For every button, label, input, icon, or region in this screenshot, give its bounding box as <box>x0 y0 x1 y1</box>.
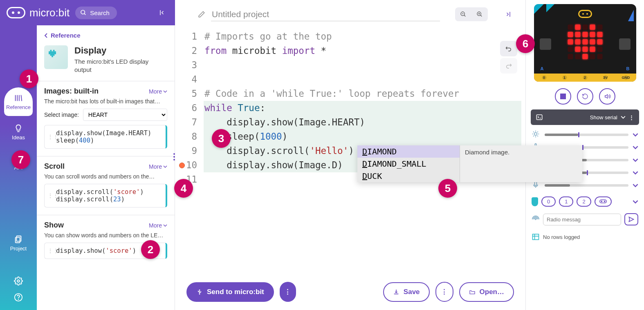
radio-send-button[interactable] <box>624 213 638 225</box>
led-matrix <box>568 25 602 59</box>
help-icon[interactable] <box>14 293 23 302</box>
annotation-6: 6 <box>516 34 535 53</box>
code-snippet[interactable]: ⋮⋮ display.scroll('score')display.scroll… <box>44 184 167 207</box>
svg-line-1 <box>84 13 85 15</box>
annotation-4: 4 <box>174 179 193 198</box>
touch-logo-icon[interactable] <box>532 197 538 206</box>
svg-rect-13 <box>52 56 53 57</box>
svg-line-18 <box>480 15 482 16</box>
usb-icon <box>196 289 203 295</box>
autocomplete-item[interactable]: DIAMOND <box>357 145 460 158</box>
section-scroll: Scroll More You can scroll words and num… <box>37 156 175 215</box>
pin-touch-row: 0 1 2 <box>531 195 639 208</box>
chevron-down-icon[interactable] <box>633 183 638 188</box>
select-image-label: Select image: <box>44 112 79 118</box>
save-menu-button[interactable]: ⋮ <box>435 282 453 302</box>
search-button[interactable]: Search <box>75 7 117 19</box>
autocomplete-item[interactable]: DIAMOND_SMALL <box>357 158 460 170</box>
zoom-out-button[interactable] <box>455 7 471 21</box>
pin-1-button[interactable]: 1 <box>559 196 573 207</box>
more-link[interactable]: More <box>149 88 167 95</box>
brand-logo: micro:bit <box>7 7 70 19</box>
select-image-dropdown[interactable]: HEART <box>83 109 167 121</box>
svg-point-0 <box>81 10 85 14</box>
zoom-controls <box>455 7 488 21</box>
svg-rect-23 <box>536 115 542 120</box>
svg-rect-8 <box>50 50 52 51</box>
sensor-light-row[interactable] <box>531 128 639 141</box>
more-link[interactable]: More <box>149 163 167 170</box>
autocomplete-doc: Diamond image. <box>460 145 582 182</box>
chevron-down-icon <box>163 89 167 94</box>
search-icon <box>80 9 87 16</box>
show-serial-toggle[interactable]: Show serial ⋮ <box>531 109 639 125</box>
code-snippet[interactable]: ⋮⋮ display.show(Image.HEART)sleep(400) <box>44 125 167 149</box>
brand-name: micro:bit <box>29 7 70 19</box>
annotation-7: 7 <box>11 150 30 169</box>
stop-button[interactable] <box>555 88 571 105</box>
terminal-icon <box>536 114 543 121</box>
sensor-slider[interactable] <box>545 184 628 187</box>
radio-icon <box>532 215 540 223</box>
back-to-reference[interactable]: Reference <box>37 25 175 43</box>
edit-icon[interactable] <box>198 11 205 18</box>
editor-panel: 1234567891011 # Imports go at the topfro… <box>175 0 525 310</box>
button-b[interactable] <box>619 38 631 50</box>
button-a[interactable] <box>540 38 551 50</box>
pin-0-button[interactable]: 0 <box>541 196 556 207</box>
topic-subtitle: The micro:bit's LED display output <box>74 58 167 74</box>
settings-icon[interactable] <box>14 277 23 285</box>
pin-2-button[interactable]: 2 <box>577 196 591 207</box>
drag-handle-icon[interactable]: ⋮⋮ <box>48 193 58 198</box>
chevron-down-icon[interactable] <box>633 199 638 205</box>
autocomplete-popup: DIAMONDDIAMOND_SMALLDUCK Diamond image. <box>357 145 582 182</box>
app-header: micro:bit Search <box>0 0 175 25</box>
drag-handle-icon[interactable]: ⋮⋮ <box>48 248 58 254</box>
radio-message-input[interactable] <box>543 214 621 225</box>
chevron-down-icon <box>163 223 167 227</box>
edge-connector: 0123VGND <box>534 74 636 82</box>
svg-rect-12 <box>50 54 55 56</box>
sensor-slider[interactable] <box>545 134 628 136</box>
collapse-sidebar-button[interactable] <box>157 7 168 18</box>
nav-ideas[interactable]: Ideas <box>4 118 33 146</box>
drag-handle-icon[interactable]: ⋮⋮ <box>48 134 58 140</box>
mute-button[interactable] <box>599 88 615 105</box>
svg-point-7 <box>18 299 19 299</box>
save-button[interactable]: Save <box>383 282 430 302</box>
chevron-down-icon <box>621 115 626 120</box>
annotation-5: 5 <box>438 179 457 198</box>
chevron-down-icon[interactable] <box>633 170 638 176</box>
svg-rect-3 <box>16 236 21 241</box>
send-to-microbit-button[interactable]: Send to micro:bit <box>186 282 274 302</box>
project-name-input[interactable] <box>211 8 440 21</box>
chevron-down-icon[interactable] <box>633 145 638 150</box>
restart-button[interactable] <box>577 88 593 105</box>
nav-project[interactable]: Project <box>4 229 33 257</box>
nav-reference[interactable]: Reference <box>4 87 33 116</box>
more-link[interactable]: More <box>149 222 167 229</box>
pin-logo-button[interactable] <box>595 196 612 207</box>
open-button[interactable]: Open… <box>459 282 514 302</box>
chevron-down-icon[interactable] <box>633 132 638 138</box>
chevron-down-icon[interactable] <box>633 157 638 163</box>
table-icon <box>532 233 540 241</box>
annotation-1: 1 <box>20 69 38 88</box>
svg-rect-26 <box>535 182 537 186</box>
panel-resize-handle[interactable] <box>173 153 177 161</box>
chevron-down-icon <box>163 165 167 169</box>
send-menu-button[interactable]: ⋮ <box>280 282 296 302</box>
expand-simulator-button[interactable] <box>499 7 516 21</box>
svg-point-5 <box>17 280 20 282</box>
microbit-device[interactable]: AB 0123VGND <box>534 4 636 82</box>
svg-point-28 <box>601 201 602 202</box>
svg-rect-22 <box>560 94 566 99</box>
svg-rect-9 <box>53 50 55 51</box>
editor-toolbar: Send to micro:bit ⋮ Save ⋮ Open… <box>175 275 525 310</box>
svg-line-15 <box>464 15 465 16</box>
zoom-in-button[interactable] <box>471 7 488 21</box>
svg-rect-10 <box>49 51 56 53</box>
annotation-3: 3 <box>212 129 231 148</box>
device-face-icon <box>578 10 592 18</box>
data-log-row[interactable]: No rows logged <box>531 230 639 243</box>
